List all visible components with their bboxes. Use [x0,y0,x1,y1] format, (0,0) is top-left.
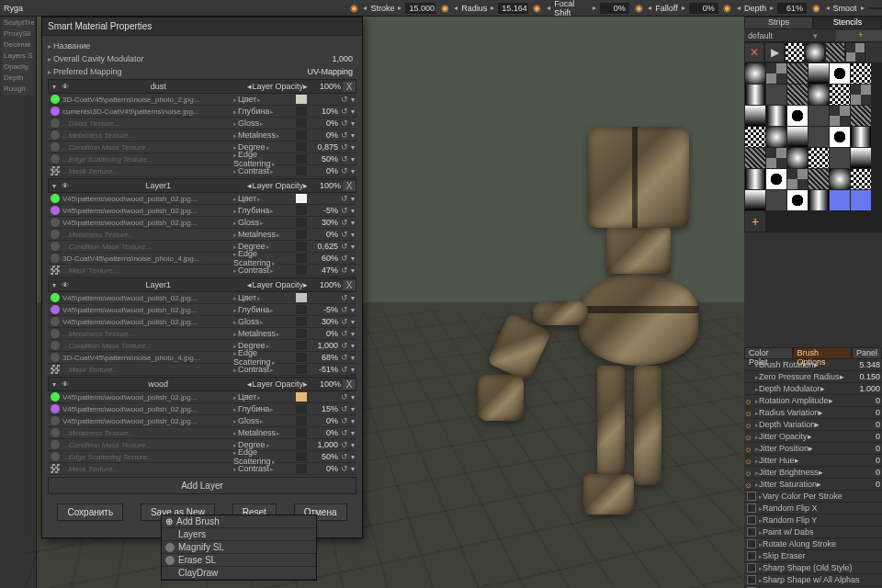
value-row[interactable]: Metalness 0% ↺ ▾ [232,130,356,141]
value-row[interactable]: Contrast -51% ↺ ▾ [232,364,356,376]
reset-icon[interactable]: ↺ [340,194,349,203]
alpha-thumb[interactable] [830,127,850,147]
alpha-thumb[interactable] [830,85,850,105]
value-number[interactable]: 10% [309,107,340,116]
texture-row[interactable]: ...Edge Scattering Texture... [48,451,232,463]
value-row[interactable]: Gloss 0% ↺ ▾ [232,415,356,427]
param-value[interactable]: 61% [777,3,807,14]
param-value[interactable]: 0% [689,3,718,14]
texture-row[interactable]: ...V45\patterns\wood\wood_polish_02.jpg [48,205,232,217]
alpha-thumb[interactable] [808,148,829,168]
option-row[interactable]: ☼ Jitter Saturation▸ 0 [744,479,882,491]
layer-opacity-value[interactable]: 100% [310,181,341,190]
texture-row[interactable]: ...V45\patterns\wood\wood_polish_02.jpg [48,193,232,205]
tool-icon[interactable]: ◉ [439,2,450,15]
checkbox[interactable] [747,563,756,572]
texture-row[interactable]: ...3D-CoatV45\patterns\noise_photo_2.jpg [48,94,232,106]
layer-header[interactable]: ▾ 👁 Layer1 ◂Layer Opacity▸ 100% X [48,178,356,193]
alpha-thumb[interactable] [830,148,850,168]
layer-name[interactable]: Layer1 [71,280,245,289]
checkbox[interactable] [747,515,756,525]
close-icon[interactable]: X [343,82,356,92]
option-row[interactable]: Sharp Shape (Old Style) [744,562,882,574]
tab-stencils[interactable]: Stencils [813,17,882,29]
add-preset-icon[interactable]: + [836,30,882,41]
alpha-thumb[interactable] [851,63,871,84]
value-bar[interactable] [296,206,307,215]
reset-icon[interactable]: ↺ [340,464,349,473]
chevron-down-icon[interactable]: ▾ [349,342,356,350]
chevron-down-icon[interactable]: ▾ [349,266,356,275]
value-bar[interactable] [296,464,307,473]
param-value[interactable]: 15.000 [405,3,435,14]
option-row[interactable]: Sharp Shape w/ All Alphas [744,574,882,586]
tool-icon[interactable]: ◉ [722,2,733,15]
value-number[interactable]: 0% [309,416,340,425]
tab-strips[interactable]: Strips [744,17,813,29]
chevron-down-icon[interactable]: ▾ [349,417,356,425]
texture-row[interactable]: ...Condition Mask Texture... [48,439,232,451]
chevron-down-icon[interactable]: ▾ [790,31,836,40]
arrow-right-icon[interactable]: ▸ [682,4,685,12]
chevron-down-icon[interactable]: ▾ [349,231,356,239]
texture-row[interactable]: ...V45\patterns\wood\wood_polish_02.jpg [48,403,232,415]
texture-row[interactable]: ...Metalness Texture... [48,229,232,241]
alpha-thumb[interactable] [805,42,825,62]
texture-row[interactable]: ...Condition Mask Texture... [48,340,232,352]
option-value[interactable]: 0 [853,420,882,429]
texture-row[interactable]: ...V45\patterns\wood\wood_polish_02.jpg [48,292,232,304]
arrow-left-icon[interactable]: ◂ [547,4,550,12]
brush-item[interactable]: Erase SL [162,554,316,567]
eye-icon[interactable]: 👁 [60,281,71,289]
stencil-preset[interactable]: default [744,31,790,40]
eye-icon[interactable]: 👁 [60,182,71,190]
option-value[interactable]: 0 [853,480,882,489]
value-bar[interactable] [296,230,307,239]
arrow-right-icon[interactable]: ▸ [491,4,494,12]
alpha-thumb[interactable] [845,42,865,62]
value-row[interactable]: Metalness 0% ↺ ▾ [232,229,356,241]
texture-row[interactable]: ...Metalness Texture... [48,427,232,439]
checkbox[interactable] [747,492,756,501]
sun-icon[interactable]: ☼ [744,396,753,406]
chevron-down-icon[interactable]: ▾ [349,243,356,251]
value-row[interactable]: Цвет ↺ ▾ [232,94,356,106]
checkbox[interactable] [747,539,756,548]
alpha-thumb[interactable] [851,127,871,147]
checkbox[interactable] [747,575,756,584]
reset-icon[interactable]: ↺ [340,293,349,302]
disclosure-icon[interactable]: ▾ [49,380,60,389]
tab-brush-options[interactable]: Brush Options [793,347,852,359]
sun-icon[interactable]: ☼ [744,408,753,418]
reset-icon[interactable]: ↺ [340,329,349,338]
value-bar[interactable] [296,130,307,140]
value-number[interactable]: -5% [309,305,340,314]
option-row[interactable]: Random Flip Y [744,514,882,526]
add-alpha-icon[interactable]: + [745,211,765,232]
layer-opacity-value[interactable]: 100% [310,379,341,389]
value-number[interactable]: -51% [309,365,340,374]
reset-icon[interactable]: ↺ [340,254,349,263]
alpha-thumb[interactable] [830,63,850,84]
option-value[interactable]: 0 [853,432,882,441]
alpha-thumb[interactable] [851,148,871,168]
texture-row[interactable]: ...cuments\3D-CoatV45\patterns\noise.jpg [48,106,232,118]
next-icon[interactable]: ▶ [764,42,785,62]
arrow-left-icon[interactable]: ◂ [648,4,651,12]
value-row[interactable]: Цвет ↺ ▾ [232,193,356,205]
option-row[interactable]: ☼ Depth Variation▸ 0 [744,419,882,431]
value-bar[interactable] [296,293,307,302]
reset-icon[interactable]: ↺ [340,392,349,401]
reset-icon[interactable]: ↺ [340,365,349,374]
alpha-thumb[interactable] [787,63,808,84]
value-row[interactable]: Цвет ↺ ▾ [232,292,356,304]
chevron-down-icon[interactable]: ▾ [349,119,356,128]
reset-icon[interactable]: ↺ [340,353,349,362]
dialog-button[interactable]: Сохранить [57,503,123,521]
arrow-left-icon[interactable]: ◂ [826,4,830,12]
left-tab[interactable]: SculptTre [2,18,34,29]
value-row[interactable]: Цвет ↺ ▾ [232,391,356,403]
layer-header[interactable]: ▾ 👁 Layer1 ◂Layer Opacity▸ 100% X [48,277,356,292]
alpha-thumb[interactable] [785,42,805,62]
alpha-thumb[interactable] [766,169,786,189]
